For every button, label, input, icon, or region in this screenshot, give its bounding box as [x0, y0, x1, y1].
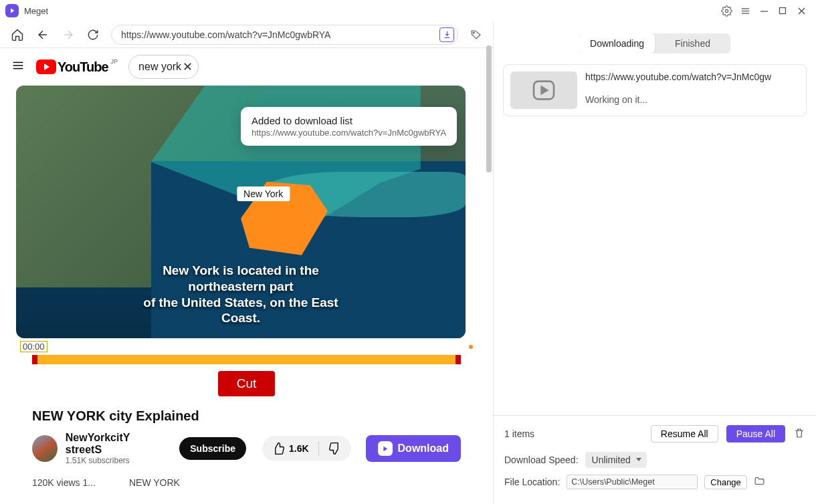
menu-icon[interactable] — [736, 1, 754, 20]
resume-all-button[interactable]: Resume All — [651, 425, 718, 443]
download-panel: Downloading Finished https://www.youtube… — [494, 21, 816, 504]
youtube-page: YouTube JP new york ✕ Added to download … — [0, 48, 493, 504]
caption: New York is located in the northeastern … — [128, 263, 353, 326]
location-input[interactable]: C:\Users\Public\Meget — [567, 475, 698, 489]
reload-icon[interactable] — [87, 29, 99, 41]
youtube-region: JP — [111, 58, 118, 65]
search-input[interactable]: new york ✕ — [128, 55, 199, 79]
dislike-button[interactable] — [319, 442, 351, 455]
clear-search-icon[interactable]: ✕ — [183, 59, 193, 74]
tag-icon[interactable] — [470, 29, 482, 41]
cut-button[interactable]: Cut — [218, 371, 276, 396]
tab-finished[interactable]: Finished — [655, 33, 730, 53]
like-button[interactable]: 1.6K — [262, 442, 318, 455]
like-group: 1.6K — [262, 436, 351, 461]
svg-rect-5 — [780, 8, 786, 14]
toast-url: https://www.youtube.com/watch?v=JnMc0gwb… — [251, 128, 446, 138]
trash-icon[interactable] — [793, 427, 805, 441]
pause-all-button[interactable]: Pause All — [726, 425, 785, 443]
download-button[interactable]: Download — [366, 435, 461, 462]
burger-icon[interactable] — [11, 58, 25, 76]
minimize-button[interactable] — [754, 1, 773, 20]
views-row: 120K views 1... NEW YORK — [32, 477, 461, 488]
speed-label: Download Speed: — [504, 455, 579, 465]
time-start[interactable]: 00:00 — [20, 341, 47, 352]
timeline-end-marker — [469, 345, 473, 349]
browser-pane: https://www.youtube.com/watch?v=JnMc0gwb… — [0, 21, 494, 504]
back-icon[interactable] — [36, 28, 49, 41]
hashtag-text: NEW YORK — [129, 477, 180, 488]
youtube-play-icon — [36, 59, 56, 74]
app-title: Meget — [24, 6, 48, 16]
download-item-status: Working on it... — [585, 94, 799, 105]
home-icon[interactable] — [11, 28, 24, 41]
download-item-url: https://www.youtube.com/watch?v=JnMc0gw — [585, 72, 799, 82]
browser-toolbar: https://www.youtube.com/watch?v=JnMc0gwb… — [0, 21, 493, 48]
forward-icon[interactable] — [62, 28, 75, 41]
download-thumb — [510, 72, 577, 109]
download-footer: 1 items Resume All Pause All Download Sp… — [494, 415, 816, 504]
tabs: Downloading Finished — [579, 33, 730, 53]
svg-point-8 — [473, 31, 474, 33]
youtube-logo[interactable]: YouTube JP — [36, 59, 118, 75]
change-location-button[interactable]: Change — [704, 475, 747, 489]
timeline[interactable] — [32, 355, 461, 364]
download-logo-icon — [378, 441, 393, 456]
youtube-brand: YouTube — [58, 59, 108, 75]
maximize-button[interactable] — [773, 1, 792, 20]
search-value: new york — [138, 61, 181, 73]
video-title: NEW YORK city Explained — [32, 408, 461, 424]
views-text: 120K views 1... — [32, 477, 96, 488]
toast-title: Added to download list — [251, 115, 446, 126]
url-bar[interactable]: https://www.youtube.com/watch?v=JnMc0gwb… — [111, 25, 458, 45]
video-meta: NewYorkcitY streetS 1.51K subscribers Su… — [32, 432, 461, 465]
subscribe-button[interactable]: Subscribe — [179, 437, 246, 460]
channel-name[interactable]: NewYorkcitY streetS — [66, 432, 163, 456]
close-button[interactable] — [792, 1, 811, 20]
like-count: 1.6K — [289, 443, 309, 454]
location-label: File Location: — [504, 477, 560, 487]
titlebar: Meget — [0, 0, 816, 21]
download-item[interactable]: https://www.youtube.com/watch?v=JnMc0gw … — [503, 64, 807, 116]
channel-avatar[interactable] — [32, 435, 58, 462]
tab-downloading[interactable]: Downloading — [579, 33, 655, 53]
youtube-header: YouTube JP new york ✕ — [0, 48, 493, 86]
channel-subs: 1.51K subscribers — [66, 456, 163, 465]
download-list: https://www.youtube.com/watch?v=JnMc0gw … — [494, 53, 816, 415]
download-toast: Added to download list https://www.youtu… — [241, 107, 457, 146]
speed-select[interactable]: Unlimited — [585, 452, 647, 468]
url-text: https://www.youtube.com/watch?v=JnMc0gwb… — [121, 29, 330, 40]
paste-download-icon[interactable] — [439, 27, 454, 42]
map-label: New York — [237, 186, 290, 201]
settings-icon[interactable] — [717, 1, 736, 20]
open-folder-icon[interactable] — [754, 475, 765, 489]
items-count: 1 items — [504, 428, 643, 439]
svg-point-0 — [725, 9, 728, 12]
app-logo — [5, 4, 19, 17]
